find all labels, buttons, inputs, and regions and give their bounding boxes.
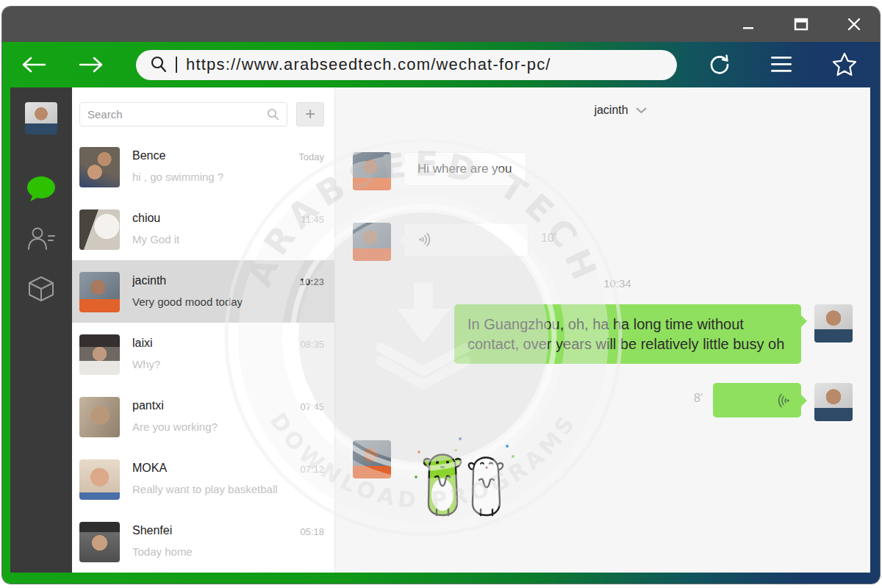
chevron-down-icon [636,107,647,114]
avatar [353,152,391,190]
outgoing-voice-row: 8' [353,383,853,421]
list-item-moka[interactable]: MOKA Really want to play basketball 07:1… [72,448,334,510]
avatar [814,304,853,343]
search-box[interactable] [79,102,287,126]
chat-time: 07:45 [300,401,324,412]
avatar [79,459,120,500]
wechat-app: + Bence hi , go swimming ? Today chiou M… [10,87,870,573]
avatar [814,383,853,421]
refresh-icon[interactable] [708,53,731,76]
search-icon [149,55,168,74]
chat-name: laixi [132,337,160,350]
chat-name: MOKA [132,462,278,475]
title-bar [2,7,880,42]
chat-time: Today [298,151,324,162]
conversation-header[interactable]: jacinth [335,87,870,133]
voice-wave-icon [775,392,791,409]
avatar [79,209,120,250]
chat-name: chiou [132,212,179,225]
outgoing-text-bubble[interactable]: In Guangzhou, oh, ha ha long time withou… [454,304,801,364]
chat-preview: Why? [132,358,160,370]
chat-name: pantxi [132,399,218,412]
avatar [79,147,120,187]
list-item-chiou[interactable]: chiou My God it 11:45 [72,198,334,260]
maximize-icon [794,18,808,31]
forward-arrow-icon[interactable] [77,54,105,75]
voice-duration: 8' [694,392,703,405]
avatar [353,440,391,478]
wechat-sidebar [10,87,72,573]
incoming-sticker-row [353,440,853,520]
star-icon[interactable] [831,52,858,77]
chat-preview: Really want to play basketball [132,483,278,495]
user-avatar[interactable] [25,102,57,135]
list-item-bence[interactable]: Bence hi , go swimming ? Today [72,135,334,198]
box-icon[interactable] [26,274,56,304]
chat-preview: Are you working? [132,420,218,433]
chat-name: Shenfei [132,524,193,537]
chat-time: 10:23 [300,276,324,287]
list-item-pantxi[interactable]: pantxi Are you working? 07:45 [72,385,334,448]
conversation-panel: jacinth Hi where are you [335,87,870,573]
avatar [79,272,120,312]
chat-time: 11:45 [301,214,324,225]
avatar [353,223,391,261]
chat-time: 07:12 [300,464,324,475]
browser-chrome: https://www.arabseedtech.com/wechat-for-… [2,42,880,584]
list-item-jacinth[interactable]: jacinth Very good mood today 10:23 [72,260,334,323]
incoming-text-bubble[interactable]: Hi where are you [404,152,526,186]
minimize-icon [742,18,755,31]
list-item-shenfei[interactable]: Shenfei Today home 05:18 [72,510,334,573]
voice-duration: 10' [541,232,556,245]
conversation-title: jacinth [594,104,628,117]
chat-preview: hi , go swimming ? [132,171,223,183]
avatar [79,397,120,437]
search-icon [267,108,279,121]
incoming-voice-bubble[interactable] [404,223,528,257]
url-text[interactable]: https://www.arabseedtech.com/wechat-for-… [186,55,551,74]
avatar [79,334,120,375]
close-button[interactable] [845,15,864,34]
text-cursor [176,57,177,73]
chat-preview: My God it [132,233,179,245]
chat-time: 08:35 [300,339,324,350]
chat-bubble-icon[interactable] [26,176,57,204]
chat-time: 05:18 [300,526,324,537]
close-icon [847,17,861,32]
voice-wave-icon [417,231,434,248]
sticker-image[interactable] [413,434,516,520]
time-divider: 10:34 [382,277,853,290]
chat-list-panel: + Bence hi , go swimming ? Today chiou M… [72,87,335,573]
avatar [79,522,120,562]
maximize-button[interactable] [792,15,811,34]
chat-name: Bence [132,149,223,162]
browser-window: https://www.arabseedtech.com/wechat-for-… [1,6,881,584]
chat-preview: Very good mood today [132,295,243,308]
add-chat-button[interactable]: + [296,102,324,126]
browser-toolbar: https://www.arabseedtech.com/wechat-for-… [2,42,880,87]
incoming-voice-row: 10' [353,223,853,261]
search-input[interactable] [87,108,267,121]
back-arrow-icon[interactable] [20,54,48,75]
incoming-message-row: Hi where are you [353,152,853,190]
list-item-laixi[interactable]: laixi Why? 08:35 [72,323,334,385]
outgoing-message-row: In Guangzhou, oh, ha ha long time withou… [353,304,853,364]
menu-icon[interactable] [770,55,793,74]
contacts-icon[interactable] [26,226,56,252]
minimize-button[interactable] [739,15,758,34]
outgoing-voice-bubble[interactable] [713,383,801,417]
message-stream: Hi where are you 10' 10:34 [335,133,870,573]
chat-name: jacinth [132,274,243,287]
address-bar[interactable]: https://www.arabseedtech.com/wechat-for-… [136,50,677,80]
chat-preview: Today home [132,545,193,558]
